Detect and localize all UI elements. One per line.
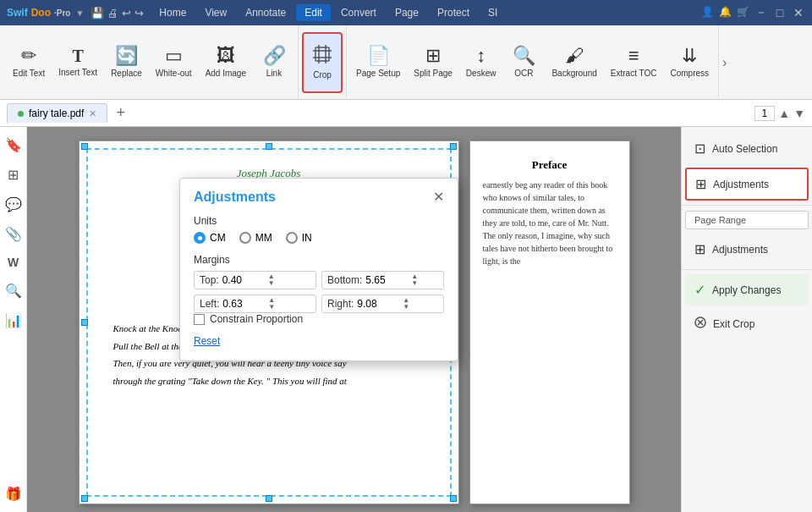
margin-left-label: Left:: [200, 298, 219, 310]
replace-button[interactable]: 🔄 Replace: [105, 32, 148, 93]
dialog-header: Adjustments ✕: [180, 179, 458, 212]
menu-annotate[interactable]: Annotate: [237, 4, 294, 21]
exit-crop-button[interactable]: Exit Crop: [685, 309, 809, 339]
unit-mm-label: MM: [255, 232, 272, 244]
white-out-button[interactable]: ▭ White-out: [150, 32, 198, 93]
sidebar-search-icon[interactable]: 🔍: [2, 279, 25, 302]
save-icon[interactable]: 💾: [91, 7, 104, 19]
undo-icon[interactable]: ↩: [122, 7, 131, 19]
handle-top-left[interactable]: [81, 143, 88, 150]
margin-top-spinners[interactable]: ▲ ▼: [268, 273, 275, 287]
unit-mm[interactable]: MM: [239, 232, 272, 244]
page-setup-button[interactable]: 📄 Page Setup: [350, 32, 406, 93]
split-page-button[interactable]: ⊞ Split Page: [408, 32, 458, 93]
cart-icon[interactable]: 🛒: [737, 6, 749, 19]
sidebar-comments-icon[interactable]: 💬: [2, 193, 25, 216]
window-controls: 👤 🔔 🛒 － □ ✕: [701, 6, 805, 19]
menu-home[interactable]: Home: [151, 4, 195, 21]
sidebar-attachments-icon[interactable]: 📎: [2, 223, 25, 245]
insert-text-button[interactable]: T Insert Text: [52, 32, 103, 93]
margin-left-input[interactable]: [222, 298, 265, 310]
margin-right-input[interactable]: [357, 298, 399, 310]
handle-top-right[interactable]: [450, 143, 457, 150]
menu-view[interactable]: View: [196, 4, 235, 21]
menu-si[interactable]: SI: [480, 4, 506, 21]
ribbon-group-crop: Crop: [299, 25, 347, 99]
sidebar-gift-icon[interactable]: 🎁: [2, 482, 25, 505]
dialog-close-button[interactable]: ✕: [433, 189, 444, 205]
link-label: Link: [266, 69, 282, 78]
handle-bottom-left[interactable]: [81, 495, 88, 502]
spin-top-down[interactable]: ▼: [268, 280, 275, 287]
main-area: 🔖 ⊞ 💬 📎 W 🔍 📊 🎁 Jose: [0, 127, 812, 512]
margin-top-input[interactable]: [222, 274, 265, 286]
handle-bottom-right[interactable]: [450, 495, 457, 502]
adjustments-panel-icon: ⊞: [695, 176, 706, 192]
redo-icon[interactable]: ↪: [134, 7, 144, 19]
background-button[interactable]: 🖌 Background: [546, 32, 602, 93]
logo-dropdown[interactable]: ▼: [75, 8, 84, 18]
handle-top-mid[interactable]: [266, 143, 272, 150]
unit-in-label: IN: [302, 232, 312, 244]
adjustments-dialog: Adjustments ✕ Units CM MM IN: [179, 178, 458, 361]
edit-text-label: Edit Text: [13, 69, 45, 78]
page-range-label: Page Range: [694, 215, 746, 225]
radio-mm-circle: [239, 232, 251, 244]
minimize-button[interactable]: －: [754, 6, 768, 19]
user-icon[interactable]: 👤: [701, 6, 714, 19]
tab-fairy-tale[interactable]: fairy tale.pdf ✕: [7, 103, 107, 123]
menu-edit[interactable]: Edit: [296, 4, 331, 21]
margins-grid: Top: ▲ ▼ Bottom: ▲ ▼: [194, 271, 444, 313]
page-nav-down[interactable]: ▼: [793, 107, 805, 120]
crop-button[interactable]: Crop: [302, 32, 343, 93]
spin-right-down[interactable]: ▼: [403, 304, 409, 311]
compress-button[interactable]: ⇊ Compress: [664, 32, 715, 93]
adjustments2-button[interactable]: ⊞ Adjustments: [685, 234, 809, 265]
add-image-button[interactable]: 🖼 Add Image: [200, 32, 252, 93]
auto-selection-button[interactable]: ⊡ Auto Selection: [685, 133, 809, 164]
edit-text-button[interactable]: ✏ Edit Text: [7, 32, 51, 93]
bell-icon[interactable]: 🔔: [719, 6, 732, 19]
tab-add-button[interactable]: +: [111, 102, 130, 124]
link-button[interactable]: 🔗 Link: [254, 32, 294, 93]
margin-left-spinners[interactable]: ▲ ▼: [268, 297, 275, 311]
handle-bottom-mid[interactable]: [266, 495, 272, 502]
spin-left-down[interactable]: ▼: [268, 304, 275, 311]
preface-title: Preface: [483, 158, 617, 172]
margin-bottom-spinners[interactable]: ▲ ▼: [411, 273, 418, 287]
deskew-button[interactable]: ↕ Deskew: [460, 32, 502, 93]
unit-cm[interactable]: CM: [194, 232, 226, 244]
print-icon[interactable]: 🖨: [107, 7, 118, 19]
unit-in[interactable]: IN: [286, 232, 312, 244]
margin-bottom-input[interactable]: [365, 274, 408, 286]
constrain-checkbox[interactable]: [194, 314, 205, 325]
apply-changes-button[interactable]: ✓ Apply Changes: [685, 274, 809, 306]
sidebar-data-icon[interactable]: 📊: [2, 309, 25, 332]
menu-protect[interactable]: Protect: [429, 4, 478, 21]
ocr-button[interactable]: 🔍 OCR: [503, 32, 544, 93]
split-page-icon: ⊞: [425, 47, 441, 65]
adjustments-button[interactable]: ⊞ Adjustments: [685, 168, 809, 201]
extract-toc-button[interactable]: ≡ Extract TOC: [605, 32, 663, 93]
sidebar-word-icon[interactable]: W: [4, 252, 22, 273]
margin-right-spinners[interactable]: ▲ ▼: [403, 297, 409, 311]
ribbon-scroll-right[interactable]: ›: [721, 53, 728, 72]
ribbon-toolbar: ✏ Edit Text T Insert Text 🔄 Replace ▭ Wh…: [0, 25, 812, 100]
menu-convert[interactable]: Convert: [332, 4, 385, 21]
close-button[interactable]: ✕: [792, 6, 805, 19]
menu-page[interactable]: Page: [387, 4, 427, 21]
maximize-button[interactable]: □: [773, 6, 787, 19]
units-radio-group: CM MM IN: [194, 232, 444, 244]
sidebar-pages-icon[interactable]: ⊞: [4, 163, 22, 186]
ribbon-group-page: 📄 Page Setup ⊞ Split Page ↕ Deskew 🔍 OCR…: [347, 25, 719, 99]
page-nav-up[interactable]: ▲: [778, 107, 790, 120]
page-navigation: 1 ▲ ▼: [754, 106, 805, 121]
sidebar-bookmark-icon[interactable]: 🔖: [2, 134, 25, 157]
spin-bottom-down[interactable]: ▼: [411, 280, 418, 287]
adjustments2-icon: ⊞: [694, 241, 705, 257]
insert-text-label: Insert Text: [58, 68, 97, 77]
handle-left-mid[interactable]: [81, 319, 88, 326]
tab-close-icon[interactable]: ✕: [89, 108, 96, 119]
reset-link[interactable]: Reset: [194, 335, 220, 347]
margin-bottom-label: Bottom:: [327, 274, 362, 286]
